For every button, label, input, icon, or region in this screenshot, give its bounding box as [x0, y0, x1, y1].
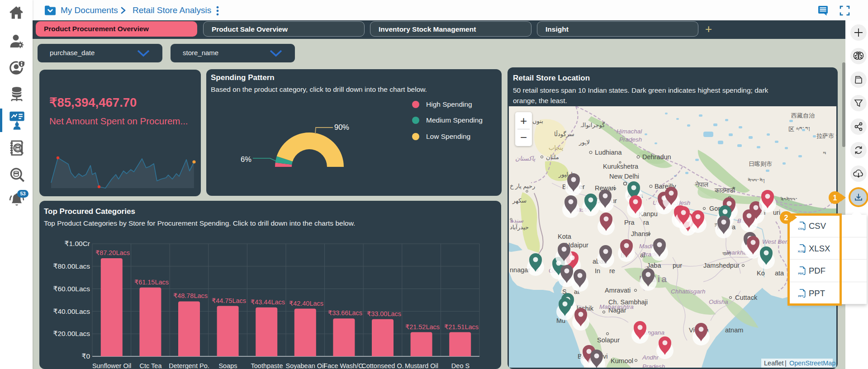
svg-text:بنوں: بنوں — [532, 118, 543, 125]
svg-text:日喀则市: 日喀则市 — [749, 161, 772, 167]
svg-text:₹1.00Cr: ₹1.00Cr — [65, 240, 90, 247]
svg-text:Solapur: Solapur — [597, 336, 620, 344]
svg-text:₹40.00Lacs: ₹40.00Lacs — [53, 308, 90, 315]
svg-text:Pra: Pra — [624, 219, 635, 226]
svg-text:₹48.78Lacs: ₹48.78Lacs — [173, 292, 208, 299]
svg-text:سندھ: سندھ — [510, 217, 524, 224]
svg-text:1: 1 — [833, 194, 837, 202]
svg-text:₹42.40Lacs: ₹42.40Lacs — [289, 300, 323, 307]
svg-text:₹0: ₹0 — [82, 352, 90, 360]
svg-text:₹33.66Lacs: ₹33.66Lacs — [328, 309, 362, 317]
svg-text:拉萨市 ཤ: 拉萨市 ཤ — [816, 132, 836, 139]
svg-text:₹21.51Lacs: ₹21.51Lacs — [444, 323, 479, 331]
svg-text:₹44.75Lacs: ₹44.75Lacs — [212, 297, 246, 304]
svg-text:ata: ata — [775, 270, 784, 277]
svg-text:Pradesh: Pradesh — [642, 363, 665, 368]
svg-text:Himachal: Himachal — [617, 128, 642, 135]
svg-text:Ko: Ko — [757, 270, 765, 277]
svg-text:In: In — [595, 267, 600, 274]
svg-text:ra: ra — [643, 219, 650, 226]
svg-text:Sunflower Oil: Sunflower Oil — [92, 362, 131, 369]
svg-text:|: | — [785, 360, 787, 367]
svg-text:Mustard Oil: Mustard Oil — [405, 362, 438, 369]
svg-text:Soyabean Oil: Soyabean Oil — [285, 362, 325, 369]
svg-text:سرگودڵا: سرگودڵا — [554, 130, 574, 138]
svg-text:پاکستان: پاکستان — [515, 155, 536, 162]
svg-text:Deo S: Deo S — [451, 362, 470, 369]
svg-text:Toothpaste: Toothpaste — [251, 362, 283, 369]
svg-text:Cuttack: Cuttack — [735, 294, 758, 301]
svg-text:西藏自治: 西藏自治 — [791, 112, 815, 119]
svg-text:Cottonseed O.: Cottonseed O. — [361, 362, 404, 369]
svg-text:Kurnool: Kurnool — [611, 357, 633, 364]
svg-text:Face Wash/C.: Face Wash/C. — [323, 362, 365, 369]
svg-text:New Delhi: New Delhi — [609, 173, 639, 180]
svg-text:سكھر: سكھر — [512, 197, 526, 204]
svg-text:Chhattisgarh: Chhattisgarh — [671, 288, 706, 295]
svg-text:Detergent Po.: Detergent Po. — [169, 362, 209, 369]
svg-text:pur: pur — [673, 262, 682, 269]
svg-text:گوجرانوالہ: گوجرانوالہ — [580, 122, 605, 129]
svg-text:काठमाडौं: काठमाडौं — [714, 186, 735, 194]
svg-text:नेपाल: नेपाल — [695, 180, 708, 188]
svg-text:Soaps: Soaps — [218, 362, 237, 369]
svg-text:حیدرآباد: حیدرآباد — [510, 223, 529, 231]
svg-text:ཟརིགསིལ་: ཟརིགསིལ་ — [780, 197, 798, 203]
svg-text:Jhansi: Jhansi — [631, 230, 650, 237]
svg-text:Kurukshetra: Kurukshetra — [603, 163, 639, 170]
svg-text:Ludhiana: Ludhiana — [595, 149, 622, 156]
svg-text:2: 2 — [784, 214, 788, 222]
svg-text:₹20.00Lacs: ₹20.00Lacs — [53, 330, 90, 337]
svg-text:Maharashtra: Maharashtra — [599, 303, 634, 310]
svg-text:پنجاب: پنجاب — [549, 144, 564, 151]
svg-text:ملتان: ملتان — [546, 154, 559, 161]
svg-text:Jamshedpur: Jamshedpur — [703, 262, 740, 269]
svg-text:₹80.00Lacs: ₹80.00Lacs — [53, 262, 90, 270]
svg-text:区 ༱ཁ་ཀ།: 区 ༱ཁ་ཀ། — [788, 126, 811, 132]
svg-text:₹87.20Lacs: ₹87.20Lacs — [95, 249, 130, 256]
svg-text:OpenStreetMap: OpenStreetMap — [789, 360, 835, 367]
svg-text:re: re — [609, 267, 615, 274]
svg-text:Jaba: Jaba — [647, 262, 661, 269]
svg-text:Pradesh: Pradesh — [619, 136, 642, 143]
svg-text:₹21.52Lacs: ₹21.52Lacs — [405, 323, 440, 331]
svg-text:لاہور: لاہور — [579, 139, 590, 146]
svg-text:atnam: atnam — [725, 326, 743, 334]
svg-text:uri: uri — [773, 209, 780, 216]
svg-text:ས: ས — [823, 151, 826, 157]
svg-text:₹33.00Lacs: ₹33.00Lacs — [367, 310, 401, 317]
svg-text:Andhr: Andhr — [642, 354, 659, 361]
svg-text:₹43.44Lacs: ₹43.44Lacs — [251, 298, 285, 306]
svg-text:Kota: Kota — [558, 233, 572, 240]
svg-text:বাংল: বাংল — [722, 250, 731, 257]
svg-text:གལིས་ག།ི: གལིས་ག།ི — [748, 178, 765, 184]
svg-text:Ctc Tea: Ctc Tea — [140, 362, 162, 369]
svg-text:Amravati: Amravati — [605, 287, 631, 294]
svg-text:₹60.00Lacs: ₹60.00Lacs — [53, 285, 90, 293]
svg-text:Dehradun: Dehradun — [642, 153, 671, 161]
svg-text:Leaflet: Leaflet — [764, 360, 784, 367]
svg-text:رحیم یار خ: رحیم یار خ — [510, 183, 535, 190]
svg-text:Odisha: Odisha — [709, 298, 728, 305]
svg-text:₹61.15Lacs: ₹61.15Lacs — [134, 279, 169, 286]
